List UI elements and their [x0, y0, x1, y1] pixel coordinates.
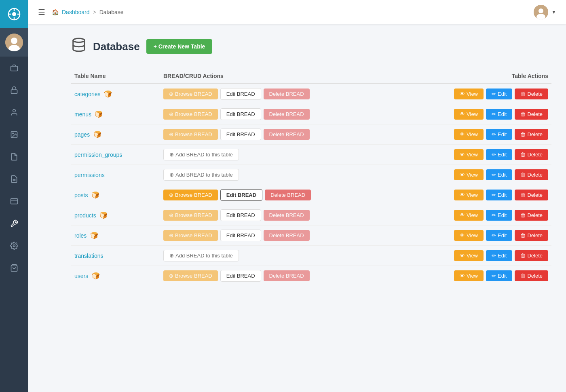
sidebar-item-briefcase[interactable] — [0, 57, 28, 79]
table-name-link[interactable]: menus — [74, 111, 91, 118]
edit-button[interactable]: ✏ Edit — [486, 250, 512, 261]
delete-bread-button[interactable]: Delete BREAD — [264, 270, 310, 281]
edit-bread-button[interactable]: Edit BREAD — [220, 270, 261, 282]
browse-bread-button[interactable]: ⊕ Browse BREAD — [163, 270, 218, 281]
sidebar-item-tools[interactable] — [0, 212, 28, 234]
table-name-cell: permissions — [71, 165, 160, 185]
sidebar-item-user[interactable] — [0, 101, 28, 123]
delete-bread-button[interactable]: Delete BREAD — [264, 230, 310, 241]
topbar-user-avatar[interactable] — [534, 5, 548, 19]
delete-button[interactable]: 🗑 Delete — [515, 270, 548, 281]
delete-bread-button[interactable]: Delete BREAD — [264, 89, 310, 99]
delete-bread-button[interactable]: Delete BREAD — [264, 129, 310, 140]
eye-icon: 👁 — [460, 253, 465, 259]
bread-actions: ⊕ Browse BREAD Edit BREAD Delete BREAD — [163, 88, 394, 100]
hamburger-button[interactable]: ☰ — [38, 7, 45, 17]
view-button[interactable]: 👁 View — [454, 250, 484, 261]
view-button[interactable]: 👁 View — [454, 109, 484, 120]
edit-button[interactable]: ✏ Edit — [486, 210, 512, 221]
sidebar-item-lock[interactable] — [0, 79, 28, 101]
table-name-link[interactable]: translations — [74, 253, 103, 259]
delete-bread-button[interactable]: Delete BREAD — [264, 210, 310, 221]
delete-button[interactable]: 🗑 Delete — [515, 210, 548, 221]
browse-bread-button[interactable]: ⊕ Browse BREAD — [163, 190, 218, 200]
view-button[interactable]: 👁 View — [454, 149, 484, 160]
user-menu-chevron[interactable]: ▼ — [551, 9, 556, 15]
delete-button[interactable]: 🗑 Delete — [515, 250, 548, 261]
table-name-link[interactable]: categories — [74, 91, 101, 97]
edit-bread-button[interactable]: Edit BREAD — [220, 108, 261, 120]
sidebar-item-settings[interactable] — [0, 234, 28, 257]
browse-bread-button[interactable]: ⊕ Browse BREAD — [163, 129, 218, 140]
browse-bread-button[interactable]: ⊕ Browse BREAD — [163, 109, 218, 120]
create-new-table-button[interactable]: + Create New Table — [146, 39, 213, 54]
edit-button[interactable]: ✏ Edit — [486, 190, 512, 200]
trash-icon: 🗑 — [520, 152, 526, 158]
table-name-link[interactable]: products — [74, 212, 96, 219]
sidebar-user-avatar[interactable] — [0, 28, 28, 57]
table-name-link[interactable]: permission_groups — [74, 152, 122, 158]
delete-button[interactable]: 🗑 Delete — [515, 89, 548, 99]
delete-button[interactable]: 🗑 Delete — [515, 169, 548, 180]
trash-icon: 🗑 — [520, 172, 526, 178]
delete-button[interactable]: 🗑 Delete — [515, 129, 548, 140]
bread-actions-cell: ⊕ Add BREAD to this table — [160, 165, 397, 185]
edit-button[interactable]: ✏ Edit — [486, 89, 512, 99]
delete-button[interactable]: 🗑 Delete — [515, 149, 548, 160]
sidebar-item-document[interactable] — [0, 168, 28, 190]
breadcrumb-dashboard-link[interactable]: Dashboard — [62, 9, 90, 15]
delete-bread-button[interactable]: Delete BREAD — [265, 190, 311, 200]
edit-bread-button[interactable]: Edit BREAD — [220, 230, 261, 241]
edit-bread-button[interactable]: Edit BREAD — [220, 88, 261, 100]
edit-button[interactable]: ✏ Edit — [486, 270, 512, 281]
browse-bread-button[interactable]: ⊕ Browse BREAD — [163, 210, 218, 221]
view-button[interactable]: 👁 View — [454, 210, 484, 221]
view-button[interactable]: 👁 View — [454, 190, 484, 200]
view-button[interactable]: 👁 View — [454, 230, 484, 241]
add-bread-button[interactable]: ⊕ Add BREAD to this table — [163, 169, 239, 181]
plus-circle-icon: ⊕ — [169, 152, 174, 158]
edit-button[interactable]: ✏ Edit — [486, 129, 512, 140]
edit-bread-button[interactable]: Edit BREAD — [220, 189, 262, 201]
add-bread-button[interactable]: ⊕ Add BREAD to this table — [163, 149, 239, 160]
table-row: permissions ⊕ Add BREAD to this table 👁 … — [71, 165, 551, 185]
table-actions-cell: 👁 View ✏ Edit 🗑 Delete — [397, 145, 551, 165]
delete-button[interactable]: 🗑 Delete — [515, 190, 548, 200]
sidebar-logo[interactable] — [0, 0, 28, 28]
view-button[interactable]: 👁 View — [454, 169, 484, 180]
edit-bread-button[interactable]: Edit BREAD — [220, 209, 261, 221]
bread-actions-cell: ⊕ Browse BREAD Edit BREAD Delete BREAD — [160, 104, 397, 124]
edit-button[interactable]: ✏ Edit — [486, 149, 512, 160]
edit-button[interactable]: ✏ Edit — [486, 169, 512, 180]
pencil-icon: ✏ — [492, 253, 496, 259]
table-name-link[interactable]: users — [74, 273, 88, 279]
view-button[interactable]: 👁 View — [454, 270, 484, 281]
delete-button[interactable]: 🗑 Delete — [515, 230, 548, 241]
page-title: Database — [93, 40, 140, 53]
table-name-link[interactable]: posts — [74, 192, 88, 198]
table-row: products 🍞 ⊕ Browse BREAD Edit BREAD Del… — [71, 205, 551, 226]
table-name-link[interactable]: pages — [74, 131, 90, 138]
eye-icon: 👁 — [460, 232, 465, 238]
pencil-icon: ✏ — [492, 91, 496, 97]
sidebar-item-image[interactable] — [0, 123, 28, 145]
sidebar-item-file[interactable] — [0, 145, 28, 168]
bread-actions-cell: ⊕ Browse BREAD Edit BREAD Delete BREAD — [160, 205, 397, 226]
table-name-link[interactable]: permissions — [74, 172, 105, 178]
delete-bread-button[interactable]: Delete BREAD — [264, 109, 310, 120]
edit-button[interactable]: ✏ Edit — [486, 230, 512, 241]
view-button[interactable]: 👁 View — [454, 129, 484, 140]
view-button[interactable]: 👁 View — [454, 89, 484, 99]
sidebar-item-window[interactable] — [0, 190, 28, 212]
add-bread-button[interactable]: ⊕ Add BREAD to this table — [163, 250, 239, 261]
edit-button[interactable]: ✏ Edit — [486, 109, 512, 120]
browse-bread-button[interactable]: ⊕ Browse BREAD — [163, 89, 218, 99]
sidebar-item-bag[interactable] — [0, 257, 28, 279]
browse-bread-button[interactable]: ⊕ Browse BREAD — [163, 230, 218, 241]
topbar: ☰ 🏠 Dashboard > Database ▼ — [28, 0, 566, 24]
trash-icon: 🗑 — [520, 91, 526, 97]
delete-button[interactable]: 🗑 Delete — [515, 109, 548, 120]
edit-bread-button[interactable]: Edit BREAD — [220, 129, 261, 140]
table-name-link[interactable]: roles — [74, 232, 87, 239]
table-row: roles 🍞 ⊕ Browse BREAD Edit BREAD Delete… — [71, 226, 551, 246]
